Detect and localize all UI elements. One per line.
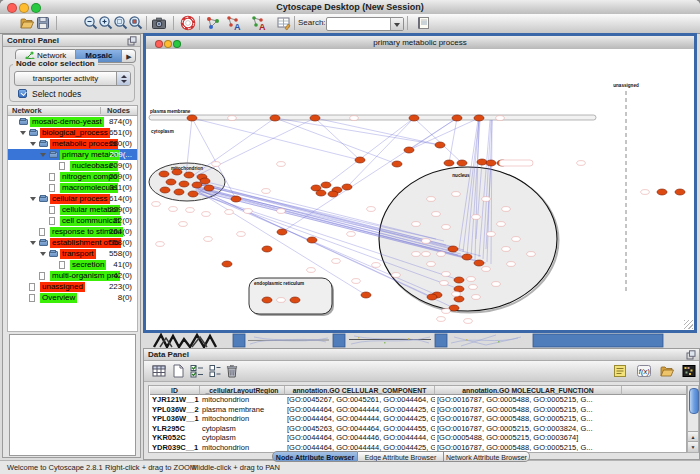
disclosure-triangle-icon[interactable] [30,197,36,201]
tree-row-macromolecule[interactable]: macromolecule311(0) [8,182,137,193]
birds-eye-view[interactable] [9,334,136,456]
matrix-icon[interactable] [681,363,697,379]
network-node[interactable] [204,185,214,191]
network-node[interactable] [486,160,496,166]
tree-row-unassigned[interactable]: unassigned223(0) [8,281,137,292]
network-node[interactable] [361,292,371,298]
network-node[interactable] [448,246,458,252]
resize-grip-icon[interactable] [684,320,693,329]
network-edge[interactable] [414,118,462,163]
background-windows-strip[interactable] [146,333,700,348]
disclosure-triangle-icon[interactable] [30,142,36,146]
snapshot-icon[interactable] [151,15,167,31]
network-node[interactable] [657,189,667,195]
open-folder-icon[interactable] [19,15,35,31]
network-node[interactable] [474,115,484,121]
network-node[interactable] [179,181,189,187]
zoom-in-icon[interactable] [98,15,114,31]
table-cell[interactable]: YJR121W__1 [150,395,200,405]
disclosure-triangle-icon[interactable] [20,131,26,135]
tree-row-multi-organism-pro[interactable]: multi-organism pro42(0) [8,270,137,281]
network-node[interactable] [474,260,484,266]
network-edge[interactable] [449,118,457,163]
table-cell[interactable]: [GO:0016787, GO:0005488, GO:0005215, G..… [435,395,622,405]
network-node[interactable] [270,115,280,121]
save-icon[interactable] [35,15,51,31]
table-cell[interactable]: [GO:0016787, GO:0005215, GO:0003824, G..… [435,424,622,434]
table-cell[interactable]: [GO:0045267, GO:0045261, GO:0044464, G..… [285,395,435,405]
table-cell[interactable]: YPL036W__1 [150,414,200,424]
table-cell[interactable]: YPL036W__2 [150,405,200,415]
table-cell[interactable]: cytoplasm [200,424,285,434]
network-node[interactable] [290,297,300,303]
node-color-dropdown[interactable]: transporter activity [14,71,131,86]
network-edge[interactable] [275,118,440,145]
network-edge[interactable] [191,118,275,177]
network-node[interactable] [187,115,197,121]
column-header-4[interactable]: annotation.GO MOLECULAR_FUNCTION [435,386,622,395]
table-cell[interactable]: YLR295C [150,424,200,434]
notes-icon[interactable] [416,15,432,31]
tab-overflow-button[interactable]: ▶ [122,49,136,63]
network-node[interactable] [462,254,472,260]
network-node[interactable] [310,115,320,121]
tree-row-secretion[interactable]: secretion41(0) [8,259,137,270]
tab-edge-attribute-browser[interactable]: Edge Attribute Browser [358,451,444,462]
network-node[interactable] [188,191,198,197]
import-attributes-icon[interactable] [659,363,675,379]
table-cell[interactable]: [GO:0044464, GO:0044444, GO:0044425, G..… [285,414,435,424]
edit-attributes-icon[interactable] [276,15,292,31]
network-node[interactable] [675,189,685,195]
network-node[interactable] [172,169,182,175]
tab-network-attribute-browser[interactable]: Network Attribute Browser [444,451,530,462]
search-dropdown-arrow-icon[interactable] [390,18,403,30]
column-header-2[interactable]: _cellularLayoutRegion [200,386,285,395]
zoom-selected-icon[interactable] [113,15,129,31]
table-cell[interactable]: [GO:0005488, GO:0005215, GO:0003674] [435,433,622,443]
new-attribute-icon[interactable] [170,363,186,379]
network-node[interactable] [277,229,287,235]
dropdown-stepper-icon[interactable] [116,72,130,85]
table-cell[interactable]: mitochondrion [200,414,285,424]
network-node[interactable] [307,237,317,243]
disclosure-triangle-icon[interactable] [40,252,46,256]
zoom-out-icon[interactable] [83,15,99,31]
network-node[interactable] [452,115,462,121]
network-graph[interactable]: plasma membranecytoplasmmitochondrionnuc… [146,49,694,330]
network-node[interactable] [231,196,241,202]
network-node[interactable] [342,184,352,190]
network-node[interactable] [355,157,365,163]
network-edge[interactable] [315,118,360,160]
table-cell[interactable]: [GO:0016787, GO:0005488, GO:0005215, G..… [435,405,622,415]
network-node[interactable] [262,246,272,252]
select-attributes-icon[interactable] [189,363,205,379]
function-builder-icon[interactable]: f(x) [636,363,652,379]
zoom-fit-icon[interactable] [128,15,144,31]
select-nodes-checkbox[interactable] [18,89,27,98]
attribute-table[interactable]: ID_cellularLayoutRegionannotation.GO CEL… [148,385,687,453]
table-cell[interactable]: YDR039C__1 [150,443,200,453]
network-node[interactable] [174,189,184,195]
network-node[interactable] [457,160,467,166]
tab-node-attribute-browser[interactable]: Node Attribute Browser [272,451,358,462]
unselect-attributes-icon[interactable] [207,363,223,379]
network-node[interactable] [392,161,402,167]
table-cell[interactable]: [GO:0044464, GO:0044446, GO:0044444, G..… [285,433,435,443]
network-node[interactable] [316,190,326,196]
float-panel-icon[interactable] [127,36,137,46]
tree-row-cellular-metabol[interactable]: cellular metabol209(0) [8,204,137,215]
delete-attribute-icon[interactable] [224,363,240,379]
help-icon[interactable] [180,15,196,31]
vizmapper-a-icon[interactable]: A [226,15,242,31]
table-cell[interactable]: [GO:0016787, GO:0005488, GO:0005215, G..… [435,414,622,424]
network-node[interactable] [159,171,169,177]
table-cell[interactable]: [GO:0045263, GO:0044464, GO:0044455, G..… [285,424,435,434]
network-node[interactable] [184,172,194,178]
network-node[interactable] [409,115,419,121]
tree-row-primary-metabo[interactable]: primary metabo209(... [8,149,137,160]
column-header-1[interactable]: ID [150,386,200,395]
network-node[interactable] [262,297,272,303]
table-scrollbar[interactable]: ▲ ▼ [687,385,699,453]
network-node[interactable] [477,159,487,165]
tree-row-biological-process[interactable]: biological_process651(0) [8,127,137,138]
